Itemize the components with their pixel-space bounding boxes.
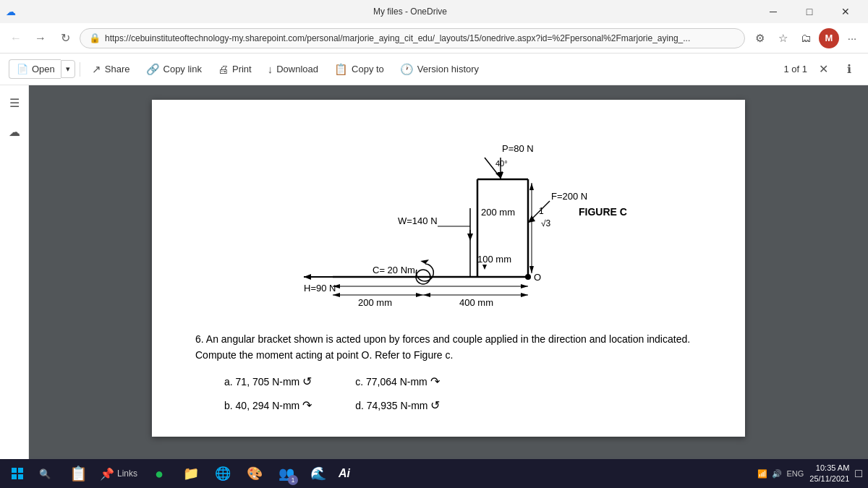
- minimize-button[interactable]: ─: [757, 0, 790, 23]
- svg-point-8: [525, 274, 531, 280]
- taskbar-sys-icons: 📶 🔊 ENG: [757, 469, 804, 479]
- favorites-button[interactable]: ☆: [773, 28, 793, 48]
- svg-marker-34: [482, 265, 487, 270]
- answer-b: b. 40, 294 N-mm ↷: [224, 396, 312, 415]
- links-label: Links: [117, 468, 137, 479]
- svg-text:C= 20 Nm: C= 20 Nm: [373, 265, 415, 275]
- print-label: Print: [232, 64, 252, 74]
- onedrive-toolbar: 📄 Open ▾ ↗ Share 🔗 Copy link 🖨 Print ↓ D…: [0, 53, 868, 85]
- taskbar-teams[interactable]: 👥 1: [272, 459, 301, 488]
- print-button[interactable]: 🖨 Print: [210, 59, 259, 79]
- share-button[interactable]: ↗ Share: [85, 59, 137, 80]
- svg-text:H=90 N: H=90 N: [304, 283, 336, 294]
- taskbar-edge[interactable]: 🌊: [304, 459, 333, 488]
- svg-marker-37: [416, 293, 423, 297]
- taskbar-right: 📶 🔊 ENG 10:35 AM 25/11/2021 □: [757, 463, 862, 485]
- sidebar-cloud-icon[interactable]: ☁: [3, 120, 26, 143]
- profile-avatar[interactable]: M: [819, 28, 839, 48]
- taskbar-item-1[interactable]: 📋: [64, 459, 93, 488]
- copy-link-label: Copy link: [163, 64, 202, 74]
- forward-button[interactable]: →: [30, 28, 51, 48]
- version-history-button[interactable]: 🕐 Version history: [393, 59, 486, 80]
- volume-icon[interactable]: 🔊: [772, 469, 782, 479]
- taskbar-search[interactable]: 🔍: [33, 466, 56, 482]
- sidebar-nav-icon[interactable]: ☰: [3, 91, 26, 114]
- svg-text:200 mm: 200 mm: [358, 297, 392, 308]
- svg-text:40°: 40°: [495, 159, 508, 168]
- open-dropdown-button[interactable]: ▾: [61, 60, 75, 78]
- taskbar-file-explorer[interactable]: 📁: [176, 459, 205, 488]
- date-display: 25/11/2021: [809, 474, 849, 484]
- toolbar-close-button[interactable]: ✕: [813, 59, 833, 80]
- windows-taskbar: 🔍 📋 📌 Links ● 📁 🌐 🎨 👥 1: [0, 459, 868, 488]
- taskbar-chrome[interactable]: 🌐: [208, 459, 237, 488]
- svg-text:1: 1: [539, 206, 544, 216]
- svg-text:O: O: [534, 272, 541, 283]
- copy-to-label: Copy to: [352, 64, 384, 74]
- svg-marker-45: [521, 284, 528, 288]
- browser-icon: ☁: [6, 6, 16, 17]
- ai-label: Ai: [339, 467, 350, 480]
- taskbar-clock[interactable]: 10:35 AM 25/11/2021: [809, 463, 849, 485]
- question-text: 6. An angular bracket shown is acted upo…: [195, 331, 702, 415]
- answer-a: a. 71, 705 N-mm ↺: [224, 372, 312, 391]
- svg-text:√3: √3: [541, 218, 551, 228]
- version-history-label: Version history: [417, 64, 479, 74]
- pdf-page: FIGURE C H=90 N: [152, 100, 745, 437]
- open-button-group: 📄 Open ▾: [9, 59, 75, 79]
- taskbar-pinned-items: 📋 📌 Links ● 📁 🌐 🎨 👥 1 🌊: [64, 459, 353, 488]
- svg-marker-31: [529, 183, 534, 190]
- figure-area: FIGURE C H=90 N: [195, 136, 702, 317]
- svg-marker-12: [420, 260, 430, 265]
- window-controls: ─ □ ✕: [757, 0, 862, 23]
- taskbar-spotify[interactable]: ●: [145, 459, 174, 488]
- maximize-button[interactable]: □: [793, 0, 826, 23]
- download-icon: ↓: [268, 63, 273, 75]
- svg-text:F=200 N: F=200 N: [551, 191, 587, 202]
- figure-svg: FIGURE C H=90 N: [246, 136, 651, 317]
- arrow-c: ↷: [430, 375, 440, 388]
- answer-col-right: c. 77,064 N-mm ↷ d. 74,935 N-mm ↺: [355, 372, 440, 415]
- taskbar-ai-item[interactable]: Ai: [336, 467, 353, 480]
- language-label: ENG: [786, 469, 804, 478]
- print-icon: 🖨: [218, 63, 229, 75]
- settings-button[interactable]: ···: [842, 28, 862, 48]
- start-button[interactable]: [6, 462, 29, 485]
- svg-text:200 mm: 200 mm: [481, 207, 515, 218]
- share-icon: ↗: [92, 63, 101, 76]
- svg-text:W=140 N: W=140 N: [398, 215, 438, 226]
- collections-button[interactable]: 🗂: [796, 28, 816, 48]
- toolbar-separator-1: [80, 62, 80, 77]
- copy-link-icon: 🔗: [146, 63, 160, 76]
- extensions-button[interactable]: ⚙: [749, 28, 770, 48]
- answer-c: c. 77,064 N-mm ↷: [355, 372, 440, 391]
- network-icon[interactable]: 📶: [757, 469, 767, 479]
- svg-text:400 mm: 400 mm: [459, 297, 493, 308]
- pdf-viewer: FIGURE C H=90 N: [29, 85, 868, 488]
- back-button[interactable]: ←: [6, 28, 26, 48]
- answers-area: a. 71, 705 N-mm ↺ b. 40, 294 N-mm ↷ c. 7…: [224, 372, 702, 415]
- refresh-button[interactable]: ↻: [55, 28, 75, 48]
- taskbar-app-1[interactable]: 🎨: [240, 459, 269, 488]
- download-button[interactable]: ↓ Download: [260, 59, 326, 79]
- toolbar-info-button[interactable]: ℹ: [839, 59, 859, 80]
- toolbar-right: 1 of 1 ✕ ℹ: [783, 59, 859, 80]
- close-button[interactable]: ✕: [829, 0, 862, 23]
- taskbar-links-item[interactable]: 📌 Links: [95, 467, 142, 481]
- nav-right-controls: ⚙ ☆ 🗂 M ···: [749, 28, 862, 48]
- svg-marker-3: [304, 274, 311, 280]
- notification-button[interactable]: □: [855, 467, 862, 480]
- title-bar: ☁ My files - OneDrive ─ □ ✕: [0, 0, 868, 23]
- question-content: 6. An angular bracket shown is acted upo…: [195, 331, 702, 364]
- answer-d: d. 74,935 N-mm ↺: [355, 396, 440, 415]
- address-bar[interactable]: 🔒 https://cebuinstituteoftechnology-my.s…: [80, 28, 745, 48]
- copy-to-button[interactable]: 📋 Copy to: [327, 59, 391, 80]
- open-main-button[interactable]: 📄 Open: [9, 59, 61, 79]
- svg-marker-40: [423, 293, 430, 297]
- arrow-b: ↷: [302, 399, 312, 411]
- arrow-a: ↺: [302, 375, 312, 388]
- search-icon: 🔍: [39, 468, 51, 479]
- copy-link-button[interactable]: 🔗 Copy link: [139, 59, 209, 80]
- arrow-d: ↺: [430, 399, 440, 411]
- app-container: ☰ ☁ + FIGURE C H=90 N: [0, 85, 868, 488]
